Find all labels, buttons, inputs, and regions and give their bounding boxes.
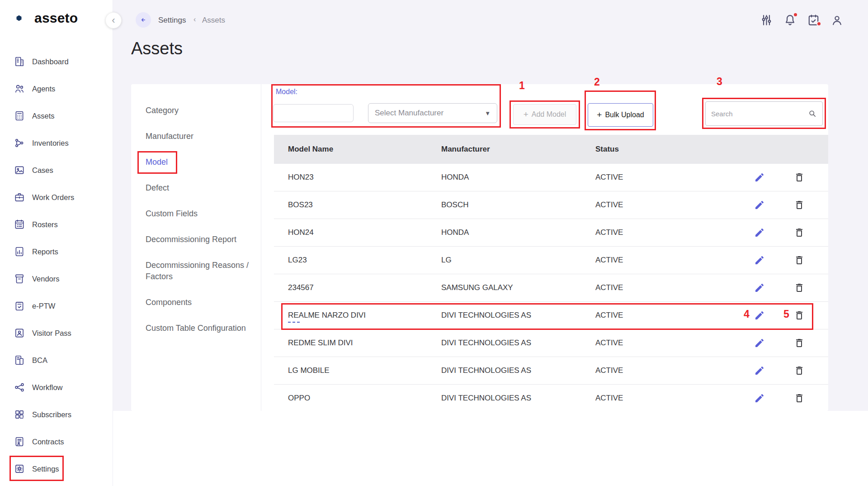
delete-button[interactable] [792, 336, 807, 350]
work-orders-icon [14, 191, 25, 203]
delete-button[interactable] [792, 308, 807, 323]
sidebar-item-work-orders[interactable]: Work Orders [0, 184, 113, 211]
search-icon[interactable] [808, 109, 817, 118]
topbar-icons [760, 13, 844, 27]
edit-button[interactable] [752, 363, 767, 378]
cell-status: ACTIVE [595, 200, 623, 210]
sidebar-item-label: Workflow [32, 383, 63, 392]
cell-model-name: LG MOBILE [288, 366, 330, 375]
e-ptw-icon [14, 300, 25, 312]
table-row: BOS23BOSCHACTIVE [274, 191, 828, 219]
cell-model-name: LG23 [288, 256, 307, 265]
content-card: CategoryManufacturerModelDefectCustom Fi… [131, 84, 828, 411]
sidebar-item-contracts[interactable]: Contracts [0, 428, 113, 455]
sidebar-item-assets[interactable]: Assets [0, 102, 113, 129]
column-status: Status [595, 145, 619, 154]
sidebar-item-label: Settings [32, 465, 59, 473]
trash-icon [794, 310, 805, 321]
pencil-icon [754, 200, 765, 210]
delete-button[interactable] [792, 225, 807, 240]
sidebar-item-label: BCA [32, 356, 47, 365]
cell-status: ACTIVE [595, 394, 623, 403]
search-input[interactable] [711, 110, 808, 118]
cell-model-name: REALME NARZO DIVI [288, 311, 366, 320]
subnav-item-components[interactable]: Components [131, 290, 261, 315]
pencil-icon [754, 172, 765, 183]
sidebar-item-reports[interactable]: Reports [0, 238, 113, 265]
table-row: REALME NARZO DIVIDIVI TECHNOLOGIES ASACT… [274, 302, 828, 329]
sidebar-item-visitor-pass[interactable]: Visitor Pass [0, 319, 113, 347]
edit-button[interactable] [752, 225, 767, 240]
cell-model-name: 234567 [288, 283, 314, 292]
edit-button[interactable] [752, 253, 767, 267]
sidebar-item-rosters[interactable]: Rosters [0, 211, 113, 238]
cell-manufacturer: LG [441, 256, 452, 265]
trash-icon [794, 255, 805, 266]
delete-button[interactable] [792, 253, 807, 267]
sidebar-item-dashboard[interactable]: Dashboard [0, 48, 113, 75]
edit-button[interactable] [752, 281, 767, 295]
delete-button[interactable] [792, 198, 807, 212]
visitor-pass-icon [14, 327, 25, 339]
sidebar-item-bca[interactable]: BCA [0, 347, 113, 374]
subnav-item-decommissioning-reasons-factors[interactable]: Decommissioning Reasons / Factors [131, 253, 261, 290]
trash-icon [794, 172, 805, 183]
filter-tune-icon[interactable] [760, 13, 774, 27]
edit-button[interactable] [752, 170, 767, 185]
cell-manufacturer: BOSCH [441, 200, 468, 210]
sidebar-collapse-button[interactable]: ‹ [105, 12, 122, 29]
cell-model-name: BOS23 [288, 200, 313, 210]
subnav-item-category[interactable]: Category [131, 98, 261, 124]
subnav-item-model[interactable]: Model [131, 149, 261, 175]
sidebar-item-label: Work Orders [32, 193, 74, 202]
vendors-icon [14, 273, 25, 285]
cell-manufacturer: DIVI TECHNOLOGIES AS [441, 338, 531, 348]
model-filter-input[interactable] [273, 104, 354, 122]
sidebar-item-vendors[interactable]: Vendors [0, 265, 113, 292]
breadcrumb-settings[interactable]: Settings [158, 16, 186, 25]
sidebar-item-workflow[interactable]: Workflow [0, 374, 113, 401]
table-row: REDME SLIM DIVIDIVI TECHNOLOGIES ASACTIV… [274, 329, 828, 357]
subnav-item-custom-fields[interactable]: Custom Fields [131, 201, 261, 227]
table-body: HON23HONDAACTIVEBOS23BOSCHACTIVEHON24HON… [274, 164, 828, 411]
add-model-button[interactable]: + Add Model [513, 104, 576, 125]
edit-button[interactable] [752, 336, 767, 350]
delete-button[interactable] [792, 170, 807, 185]
table-row: LG MOBILEDIVI TECHNOLOGIES ASACTIVE [274, 357, 828, 385]
subnav-item-manufacturer[interactable]: Manufacturer [131, 124, 261, 149]
notifications-bell-icon[interactable] [783, 13, 797, 27]
audit-dot [816, 21, 821, 26]
manufacturer-select[interactable]: Select Manufacturer ▼ [368, 103, 497, 123]
subnav-item-defect[interactable]: Defect [131, 175, 261, 201]
edit-button[interactable] [752, 391, 767, 405]
edit-button[interactable] [752, 308, 767, 323]
delete-button[interactable] [792, 281, 807, 295]
sidebar-item-label: Reports [32, 248, 58, 256]
sidebar-item-inventories[interactable]: Inventories [0, 129, 113, 157]
profile-icon[interactable] [830, 13, 844, 27]
trash-icon [794, 227, 805, 238]
add-model-label: Add Model [532, 110, 566, 119]
bulk-upload-label: Bulk Upload [605, 111, 644, 119]
sidebar-item-e-ptw[interactable]: e-PTW [0, 292, 113, 319]
sidebar-item-subscribers[interactable]: Subscribers [0, 401, 113, 428]
back-button[interactable] [136, 12, 151, 28]
delete-button[interactable] [792, 391, 807, 405]
bulk-upload-button[interactable]: + Bulk Upload [588, 103, 653, 127]
pencil-icon [754, 255, 765, 266]
pencil-icon [754, 338, 765, 348]
delete-button[interactable] [792, 363, 807, 378]
breadcrumb-assets: Assets [202, 16, 225, 25]
plus-icon: + [597, 110, 602, 120]
cell-status: ACTIVE [595, 311, 623, 320]
cell-model-name: OPPO [288, 394, 310, 403]
sidebar-item-cases[interactable]: Cases [0, 157, 113, 184]
audit-log-icon[interactable] [807, 13, 821, 27]
cases-icon [14, 164, 25, 176]
sidebar-item-settings[interactable]: Settings [0, 455, 113, 482]
sidebar-item-label: Agents [32, 85, 55, 93]
subnav-item-custom-table-configuration[interactable]: Custom Table Configuration [131, 315, 261, 341]
subnav-item-decommissioning-report[interactable]: Decommissioning Report [131, 227, 261, 253]
edit-button[interactable] [752, 198, 767, 212]
sidebar-item-agents[interactable]: Agents [0, 75, 113, 102]
